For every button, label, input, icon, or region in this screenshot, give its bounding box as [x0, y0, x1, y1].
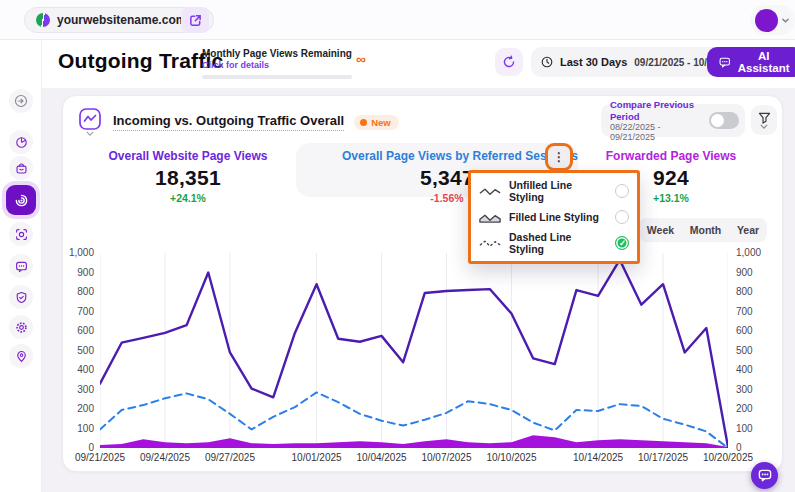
quota-progress-bar [202, 75, 352, 79]
avatar [755, 9, 778, 32]
quota-details-link[interactable]: Click for details [202, 60, 366, 70]
card-title: Incoming vs. Outgoing Traffic Overall [113, 113, 344, 131]
infinity-icon: ∞ [356, 52, 366, 66]
unfilled-line-icon [479, 186, 501, 197]
sidebar-item-analytics[interactable] [9, 130, 33, 154]
sidebar-item-tracking[interactable] [9, 222, 33, 246]
radio-filled[interactable] [615, 210, 629, 224]
toggle-knob [711, 114, 724, 127]
compare-toggle[interactable] [709, 112, 739, 129]
sidebar-item-security[interactable] [9, 285, 33, 309]
date-range-label: Last 30 Days [560, 56, 627, 68]
map-pin-icon [15, 350, 28, 363]
kebab-menu-button[interactable]: ⋮ [548, 146, 570, 168]
sidebar [0, 40, 42, 492]
compare-previous-period: Compare Previous Period 08/22/2025 - 09/… [601, 104, 745, 137]
website-name: yourwebsitename.com [57, 13, 186, 27]
tab-week[interactable]: Week [647, 224, 674, 236]
gear-icon [15, 321, 28, 334]
chart-badge-icon [77, 107, 103, 137]
bag-icon [15, 162, 28, 175]
dashed-line-icon [479, 238, 501, 249]
filled-line-icon [479, 212, 501, 223]
page-title: Outgoing Traffic [58, 49, 223, 73]
radio-dashed[interactable] [615, 236, 629, 250]
pie-chart-icon [15, 136, 28, 149]
chat-bubble-icon [758, 469, 772, 482]
site-logo-icon [36, 13, 50, 27]
stat-overall-website-page-views: Overall Website Page Views 18,351 +24.1% [93, 149, 283, 204]
open-website-button[interactable] [181, 7, 209, 33]
traffic-line-chart [100, 253, 728, 448]
tab-month[interactable]: Month [690, 224, 722, 236]
chevron-down-icon [781, 16, 790, 25]
menu-item-unfilled-line[interactable]: Unfilled Line Styling [479, 178, 629, 204]
chat-icon [15, 260, 28, 273]
sidebar-item-settings[interactable] [9, 315, 33, 339]
ai-assistant-label: AI Assistant [737, 50, 791, 74]
scan-target-icon [15, 228, 28, 241]
sidebar-item-orders[interactable] [9, 156, 33, 180]
compare-dates: 08/22/2025 - 09/21/2025 [610, 122, 704, 142]
clock-icon [541, 56, 553, 68]
quota-title: Monthly Page Views Remaining [202, 48, 366, 59]
menu-item-dashed-line[interactable]: Dashed Line Styling [479, 230, 629, 256]
new-badge-dot [360, 119, 367, 126]
refresh-icon [502, 55, 516, 69]
quota-widget: Monthly Page Views Remaining Click for d… [202, 48, 366, 70]
shield-check-icon [15, 291, 28, 304]
filter-button[interactable] [751, 105, 777, 135]
tab-year[interactable]: Year [737, 224, 759, 236]
sidebar-item-messages[interactable] [9, 254, 33, 278]
line-styling-menu: Unfilled Line Styling Filled Line Stylin… [468, 170, 640, 264]
radio-unfilled[interactable] [615, 184, 629, 198]
app-window: yourwebsitename.com [0, 0, 795, 492]
kebab-icon: ⋮ [553, 150, 565, 164]
ai-assistant-button[interactable]: AI Assistant [707, 47, 795, 77]
new-badge: New [354, 115, 399, 130]
sidebar-collapse-button[interactable] [9, 89, 33, 113]
collapse-icon [14, 94, 28, 108]
period-tabs: Week Month Year [639, 218, 767, 242]
ai-chat-icon [719, 56, 731, 69]
card-header: Incoming vs. Outgoing Traffic Overall Ne… [77, 107, 399, 137]
sidebar-item-outgoing-traffic[interactable] [6, 185, 36, 215]
external-link-icon [189, 14, 202, 27]
refresh-button[interactable] [495, 48, 523, 76]
menu-item-filled-line[interactable]: Filled Line Styling [479, 204, 629, 230]
funnel-icon [758, 112, 771, 124]
sidebar-item-locations[interactable] [9, 344, 33, 368]
user-menu[interactable] [750, 5, 795, 35]
outgoing-traffic-icon [14, 193, 29, 208]
top-bar: yourwebsitename.com [0, 0, 795, 40]
support-chat-button[interactable] [751, 462, 778, 489]
chevron-down-icon [760, 124, 768, 129]
compare-label: Compare Previous Period [610, 99, 704, 123]
